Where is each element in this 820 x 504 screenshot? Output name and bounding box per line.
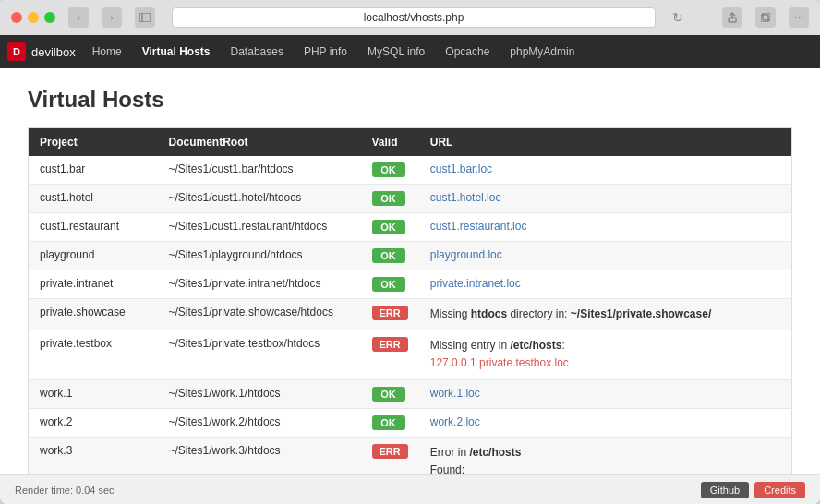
cell-docroot: ~/Sites1/playground/htdocs [158,242,361,270]
cell-docroot: ~/Sites1/cust1.bar/htdocs [158,156,361,185]
svg-rect-0 [139,13,151,22]
cell-url: Missing entry in /etc/hosts:127.0.0.1 pr… [419,330,792,379]
url-link[interactable]: work.2.loc [430,415,480,428]
cell-project: cust1.hotel [29,185,158,213]
table-row: work.3~/Sites1/work.3/htdocsERRError in … [29,437,792,474]
footer-buttons: Github Credits [701,482,805,498]
col-header-valid: Valid [361,128,419,157]
cell-url: work.1.loc [419,379,792,408]
cell-docroot: ~/Sites1/work.1/htdocs [158,379,361,408]
browser-window: ‹ › localhost/vhosts.php ↻ ⋯ D devilbox [0,0,820,504]
new-window-button[interactable] [755,7,776,28]
error-text: Missing entry in /etc/hosts:127.0.0.1 pr… [430,339,569,369]
cell-valid: ERR [361,437,419,474]
cell-project: work.3 [29,437,158,474]
table-row: cust1.hotel~/Sites1/cust1.hotel/htdocsOK… [29,185,792,213]
cell-docroot: ~/Sites1/cust1.restaurant/htdocs [158,213,361,242]
table-row: cust1.bar~/Sites1/cust1.bar/htdocsOKcust… [29,156,792,185]
cell-url: cust1.bar.loc [419,156,792,185]
cell-url: private.intranet.loc [419,270,792,299]
cell-url: cust1.hotel.loc [419,185,792,213]
nav-home[interactable]: Home [83,40,131,64]
svg-rect-4 [763,13,770,20]
status-badge: OK [372,191,405,206]
cell-project: cust1.restaurant [29,213,158,242]
svg-rect-2 [729,18,736,22]
render-time: Render time: 0.04 sec [15,485,115,496]
url-link[interactable]: cust1.bar.loc [430,162,492,175]
table-header-row: Project DocumentRoot Valid URL [29,128,792,157]
fullscreen-dot[interactable] [44,12,55,23]
nav-opcache[interactable]: Opcache [436,40,499,64]
close-dot[interactable] [11,12,22,23]
cell-project: work.1 [29,379,158,408]
main-content: Virtual Hosts Project DocumentRoot Valid… [0,68,820,474]
cell-project: work.2 [29,408,158,437]
minimize-dot[interactable] [28,12,39,23]
cell-docroot: ~/Sites1/work.2/htdocs [158,408,361,437]
url-bar[interactable]: localhost/vhosts.php [172,7,656,28]
cell-valid: OK [361,213,419,242]
tab-button[interactable] [135,7,155,28]
cell-valid: OK [361,156,419,185]
share-button[interactable] [722,7,742,28]
cell-project: playground [29,242,158,270]
url-link[interactable]: cust1.hotel.loc [430,191,501,204]
table-row: work.1~/Sites1/work.1/htdocsOKwork.1.loc [29,379,792,408]
status-badge: OK [372,277,405,292]
url-link[interactable]: work.1.loc [430,387,480,400]
cell-url: Missing htdocs directory in: ~/Sites1/pr… [419,299,792,330]
table-row: cust1.restaurant~/Sites1/cust1.restauran… [29,213,792,242]
cell-valid: OK [361,379,419,408]
table-row: private.intranet~/Sites1/private.intrane… [29,270,792,299]
browser-controls: ‹ › localhost/vhosts.php ↻ ⋯ [11,7,809,28]
cell-project: private.intranet [29,270,158,299]
nav-links: Home Virtual Hosts Databases PHP info My… [83,40,585,64]
menu-button[interactable]: ⋯ [789,7,809,28]
cell-url: playground.loc [419,242,792,270]
status-badge: OK [372,415,405,430]
nav-mysql-info[interactable]: MySQL info [358,40,434,64]
forward-button[interactable]: › [102,7,122,28]
back-button[interactable]: ‹ [68,7,89,28]
table-row: playground~/Sites1/playground/htdocsOKpl… [29,242,792,270]
url-link[interactable]: cust1.restaurant.loc [430,220,527,233]
cell-valid: ERR [361,330,419,379]
col-header-url: URL [419,128,792,157]
table-row: private.showcase~/Sites1/private.showcas… [29,299,792,330]
vhosts-table: Project DocumentRoot Valid URL cust1.bar… [28,127,792,474]
nav-php-info[interactable]: PHP info [295,40,356,64]
cell-url: Error in /etc/hostsFound:127.0.0.2 work.… [419,437,792,474]
table-row: private.testbox~/Sites1/private.testbox/… [29,330,792,379]
cell-project: private.showcase [29,299,158,330]
status-badge: ERR [372,306,408,320]
brand: D devilbox [7,42,76,61]
cell-valid: OK [361,185,419,213]
brand-name: devilbox [31,45,76,59]
credits-button[interactable]: Credits [754,482,805,498]
table-body: cust1.bar~/Sites1/cust1.bar/htdocsOKcust… [29,156,792,474]
svg-rect-3 [761,15,768,22]
table-row: work.2~/Sites1/work.2/htdocsOKwork.2.loc [29,408,792,437]
nav-phpmyadmin[interactable]: phpMyAdmin [500,40,584,64]
status-badge: OK [372,387,405,402]
cell-docroot: ~/Sites1/work.3/htdocs [158,437,361,474]
github-button[interactable]: Github [701,482,749,498]
cell-url: work.2.loc [419,408,792,437]
url-link[interactable]: playground.loc [430,248,502,261]
reload-button[interactable]: ↻ [672,10,683,25]
error-text: Error in /etc/hostsFound:127.0.0.2 work.… [430,446,529,474]
col-header-project: Project [29,128,158,157]
status-badge: OK [372,162,405,177]
cell-project: cust1.bar [29,156,158,185]
cell-valid: OK [361,408,419,437]
status-badge: ERR [372,337,408,352]
nav-databases[interactable]: Databases [222,40,293,64]
cell-docroot: ~/Sites1/private.showcase/htdocs [158,299,361,330]
url-link[interactable]: private.intranet.loc [430,277,521,290]
page-title: Virtual Hosts [28,87,792,113]
nav-virtual-hosts[interactable]: Virtual Hosts [133,40,220,64]
cell-project: private.testbox [29,330,158,379]
browser-titlebar: ‹ › localhost/vhosts.php ↻ ⋯ [0,0,820,35]
cell-valid: ERR [361,299,419,330]
